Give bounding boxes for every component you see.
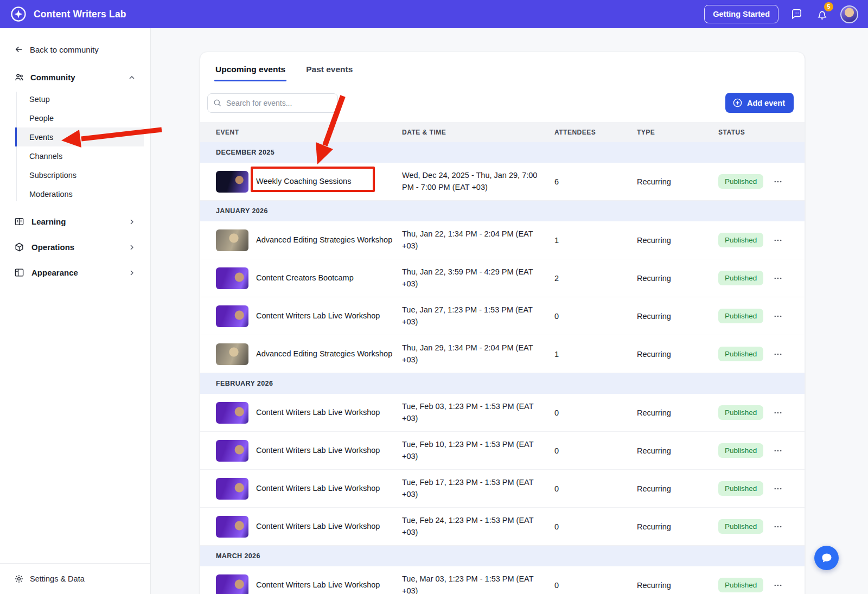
back-link-label: Back to community bbox=[30, 45, 99, 54]
notifications-button[interactable]: 5 bbox=[815, 7, 829, 22]
column-header-attendees: ATTENDEES bbox=[554, 129, 637, 136]
chevron-right-icon bbox=[127, 243, 136, 252]
event-type: Recurring bbox=[637, 581, 718, 590]
sidebar-item-moderations[interactable]: Moderations bbox=[15, 184, 144, 203]
month-group-row: FEBRUARY 2026 bbox=[200, 373, 805, 394]
sidebar-item-operations[interactable]: Operations bbox=[0, 234, 150, 260]
sidebar-section-community[interactable]: Community bbox=[0, 65, 150, 90]
status-badge: Published bbox=[718, 578, 763, 592]
sidebar-item-appearance[interactable]: Appearance bbox=[0, 260, 150, 285]
event-datetime: Tue, Feb 24, 1:23 PM - 1:53 PM (EAT +03) bbox=[402, 515, 554, 539]
column-header-status: STATUS bbox=[718, 129, 770, 136]
table-row[interactable]: Advanced Editing Strategies Workshop Thu… bbox=[200, 335, 805, 373]
search-box bbox=[207, 93, 338, 113]
table-row[interactable]: Content Writers Lab Live Workshop Tue, F… bbox=[200, 394, 805, 432]
search-input[interactable] bbox=[207, 93, 338, 113]
row-actions-button[interactable] bbox=[770, 443, 786, 459]
table-row[interactable]: Content Writers Lab Live Workshop Tue, F… bbox=[200, 432, 805, 470]
month-group-row: JANUARY 2026 bbox=[200, 201, 805, 221]
settings-and-data-link[interactable]: Settings & Data bbox=[0, 563, 150, 594]
row-actions-button[interactable] bbox=[770, 270, 786, 286]
status-badge: Published bbox=[718, 443, 763, 458]
event-attendees: 0 bbox=[554, 522, 637, 531]
event-attendees: 0 bbox=[554, 446, 637, 455]
table-row[interactable]: Content Writers Lab Live Workshop Tue, F… bbox=[200, 508, 805, 546]
row-actions-button[interactable] bbox=[770, 174, 786, 190]
column-header-datetime: DATE & TIME bbox=[402, 129, 554, 136]
table-row[interactable]: Content Writers Lab Live Workshop Tue, J… bbox=[200, 297, 805, 335]
event-title: Advanced Editing Strategies Workshop bbox=[256, 348, 392, 360]
column-header-event: EVENT bbox=[216, 129, 402, 136]
chevron-right-icon bbox=[127, 218, 136, 226]
learning-icon bbox=[14, 216, 24, 227]
row-actions-button[interactable] bbox=[770, 232, 786, 248]
table-row[interactable]: Weekly Coaching Sessions Wed, Dec 24, 20… bbox=[200, 163, 805, 201]
event-thumbnail bbox=[216, 305, 248, 327]
event-title: Content Writers Lab Live Workshop bbox=[256, 483, 380, 494]
event-datetime: Tue, Jan 27, 1:23 PM - 1:53 PM (EAT +03) bbox=[402, 304, 554, 328]
row-actions-button[interactable] bbox=[770, 346, 786, 362]
table-row[interactable]: Advanced Editing Strategies Workshop Thu… bbox=[200, 221, 805, 259]
user-avatar[interactable] bbox=[840, 5, 858, 23]
table-row[interactable]: Content Writers Lab Live Workshop Tue, F… bbox=[200, 470, 805, 508]
add-event-button[interactable]: Add event bbox=[725, 93, 794, 113]
tab-upcoming-events[interactable]: Upcoming events bbox=[214, 52, 286, 81]
sidebar-section-label: Community bbox=[30, 73, 75, 82]
event-datetime: Tue, Feb 03, 1:23 PM - 1:53 PM (EAT +03) bbox=[402, 401, 554, 425]
back-to-community-link[interactable]: Back to community bbox=[0, 28, 150, 65]
row-actions-button[interactable] bbox=[770, 481, 786, 497]
event-datetime: Tue, Feb 17, 1:23 PM - 1:53 PM (EAT +03) bbox=[402, 477, 554, 501]
community-submenu: Setup People Events Channels Subscriptio… bbox=[0, 90, 150, 203]
events-tabs: Upcoming events Past events bbox=[200, 52, 805, 81]
status-badge: Published bbox=[718, 519, 763, 534]
messages-button[interactable] bbox=[789, 7, 804, 22]
sidebar-item-events[interactable]: Events bbox=[15, 127, 144, 146]
community-title: Content Writers Lab bbox=[34, 9, 126, 20]
event-title: Content Writers Lab Live Workshop bbox=[256, 579, 380, 591]
row-actions-button[interactable] bbox=[770, 519, 786, 535]
event-thumbnail bbox=[216, 574, 248, 594]
event-thumbnail bbox=[216, 440, 248, 462]
sidebar-item-learning[interactable]: Learning bbox=[0, 209, 150, 234]
tab-past-events[interactable]: Past events bbox=[305, 52, 354, 81]
event-attendees: 1 bbox=[554, 236, 637, 245]
getting-started-button[interactable]: Getting Started bbox=[704, 5, 778, 23]
month-group-row: MARCH 2026 bbox=[200, 546, 805, 566]
sidebar-item-setup[interactable]: Setup bbox=[15, 90, 144, 108]
status-badge: Published bbox=[718, 309, 763, 323]
event-attendees: 0 bbox=[554, 581, 637, 590]
event-datetime: Wed, Dec 24, 2025 - Thu, Jan 29, 7:00 PM… bbox=[402, 170, 554, 194]
table-header-row: EVENT DATE & TIME ATTENDEES TYPE STATUS bbox=[200, 122, 805, 142]
table-row[interactable]: Content Writers Lab Live Workshop Tue, M… bbox=[200, 566, 805, 594]
plus-circle-icon bbox=[732, 98, 743, 108]
row-actions-button[interactable] bbox=[770, 577, 786, 593]
event-thumbnail bbox=[216, 171, 248, 193]
event-thumbnail bbox=[216, 267, 248, 289]
event-thumbnail bbox=[216, 478, 248, 500]
topbar: Content Writers Lab Getting Started 5 bbox=[0, 0, 868, 28]
table-row[interactable]: Content Creators Bootcamp Thu, Jan 22, 3… bbox=[200, 259, 805, 297]
row-actions-button[interactable] bbox=[770, 405, 786, 421]
row-actions-button[interactable] bbox=[770, 308, 786, 324]
settings-label: Settings & Data bbox=[30, 574, 85, 583]
event-attendees: 6 bbox=[554, 177, 637, 186]
status-badge: Published bbox=[718, 233, 763, 247]
sidebar-item-people[interactable]: People bbox=[15, 108, 144, 127]
event-attendees: 0 bbox=[554, 312, 637, 321]
event-thumbnail bbox=[216, 516, 248, 538]
chat-launcher-button[interactable] bbox=[814, 546, 839, 570]
event-thumbnail bbox=[216, 343, 248, 365]
event-type: Recurring bbox=[637, 274, 718, 283]
event-type: Recurring bbox=[637, 350, 718, 359]
sidebar-item-subscriptions[interactable]: Subscriptions bbox=[15, 165, 144, 184]
event-title: Content Writers Lab Live Workshop bbox=[256, 407, 380, 418]
sidebar-item-channels[interactable]: Channels bbox=[15, 146, 144, 165]
community-icon bbox=[14, 72, 24, 82]
event-title: Content Writers Lab Live Workshop bbox=[256, 521, 380, 532]
chat-bubble-icon bbox=[790, 8, 803, 21]
month-group-row: DECEMBER 2025 bbox=[200, 142, 805, 163]
event-type: Recurring bbox=[637, 522, 718, 531]
event-type: Recurring bbox=[637, 312, 718, 321]
sidebar: Back to community Community Setup People… bbox=[0, 28, 151, 594]
event-title: Advanced Editing Strategies Workshop bbox=[256, 234, 392, 246]
